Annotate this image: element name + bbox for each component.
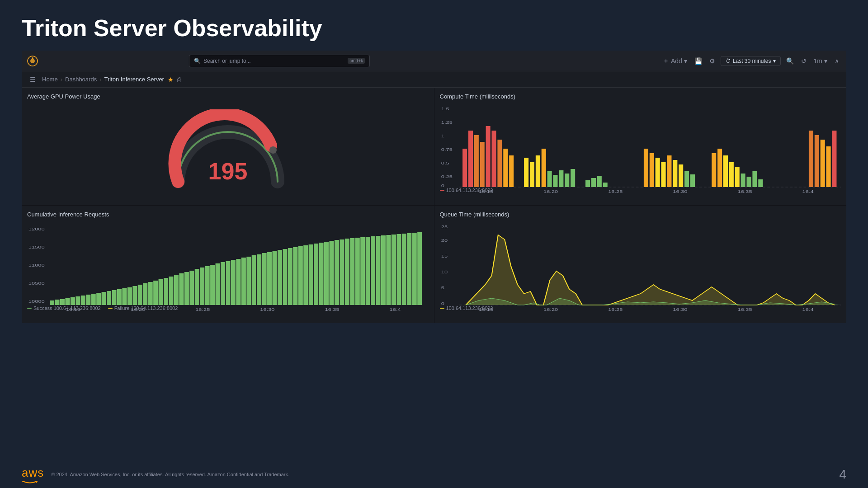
svg-rect-24 xyxy=(491,131,496,187)
zoom-out-button[interactable]: 🔍 xyxy=(784,56,796,66)
queue-legend-label: 100.64.113.236:8002 xyxy=(446,305,493,311)
svg-rect-127 xyxy=(319,243,324,305)
svg-rect-83 xyxy=(91,294,96,305)
share-icon[interactable]: ⎙ xyxy=(177,76,181,83)
compute-time-legend: 100.64.113.236:8002 xyxy=(440,188,493,193)
svg-rect-108 xyxy=(221,262,225,305)
svg-text:10000: 10000 xyxy=(28,299,45,304)
svg-text:1.5: 1.5 xyxy=(441,107,449,111)
svg-text:195: 195 xyxy=(208,158,247,184)
svg-rect-86 xyxy=(107,291,111,305)
svg-rect-87 xyxy=(112,290,117,305)
svg-text:0.5: 0.5 xyxy=(441,161,449,165)
interval-label: 1m xyxy=(814,57,822,65)
success-legend-label: Success 100.64.113.236:8002 xyxy=(33,305,101,311)
svg-rect-88 xyxy=(117,289,122,305)
save-button[interactable]: 💾 xyxy=(693,56,704,66)
collapse-button[interactable]: ∧ xyxy=(833,56,841,66)
svg-rect-104 xyxy=(200,267,204,305)
svg-text:12000: 12000 xyxy=(28,227,45,231)
svg-rect-146 xyxy=(417,232,422,305)
navbar: ☰ Home › Dashboards › Triton Inference S… xyxy=(22,71,846,88)
svg-rect-28 xyxy=(524,158,528,187)
svg-rect-51 xyxy=(717,149,722,187)
svg-rect-42 xyxy=(649,153,654,187)
svg-rect-50 xyxy=(712,153,716,187)
queue-time-panel: Queue Time (milliseconds) 25 20 15 10 5 … xyxy=(434,206,847,323)
interval-chevron-icon: ▾ xyxy=(824,57,827,65)
svg-rect-21 xyxy=(474,135,478,187)
svg-rect-44 xyxy=(661,162,665,187)
svg-rect-95 xyxy=(153,281,158,305)
breadcrumb-home[interactable]: Home xyxy=(42,76,58,83)
refresh-button[interactable]: ↺ xyxy=(799,56,808,66)
svg-rect-137 xyxy=(371,236,375,305)
grafana-dashboard: 🔍 Search or jump to... cmd+k ＋ Add ▾ 💾 ⚙… xyxy=(22,51,846,323)
svg-rect-114 xyxy=(252,255,256,305)
inference-failure-legend: Failure 100.64.113.236:8002 xyxy=(108,305,178,311)
compute-time-panel: Compute Time (milliseconds) 1.5 1.25 1 0… xyxy=(434,88,847,205)
inference-requests-chart: 12000 11500 11000 10500 10000 16:15 16:2… xyxy=(27,221,429,312)
breadcrumb-dashboards[interactable]: Dashboards xyxy=(65,76,97,83)
menu-button[interactable]: ☰ xyxy=(27,75,38,84)
svg-rect-96 xyxy=(159,279,163,305)
svg-text:16:25: 16:25 xyxy=(608,307,623,312)
copyright-text: © 2024, Amazon Web Services, Inc. or its… xyxy=(51,472,289,477)
add-button[interactable]: ＋ Add ▾ xyxy=(661,55,689,67)
breadcrumb-separator-1: › xyxy=(61,76,62,83)
svg-text:0.75: 0.75 xyxy=(441,147,452,152)
svg-rect-106 xyxy=(210,265,215,305)
svg-rect-132 xyxy=(345,239,349,305)
svg-rect-141 xyxy=(392,235,396,305)
svg-rect-145 xyxy=(412,233,417,305)
svg-rect-19 xyxy=(462,149,467,187)
svg-point-2 xyxy=(32,57,33,59)
settings-button[interactable]: ⚙ xyxy=(708,56,717,66)
svg-text:11500: 11500 xyxy=(28,245,45,249)
svg-rect-139 xyxy=(381,235,386,305)
svg-rect-128 xyxy=(324,242,329,305)
svg-rect-57 xyxy=(752,171,757,187)
svg-rect-38 xyxy=(591,178,595,187)
svg-rect-142 xyxy=(396,234,401,305)
svg-text:16:30: 16:30 xyxy=(673,189,687,194)
svg-rect-89 xyxy=(122,288,127,305)
aws-smile-icon xyxy=(22,481,38,483)
svg-point-4 xyxy=(269,146,277,154)
search-bar[interactable]: 🔍 Search or jump to... cmd+k xyxy=(189,55,370,67)
svg-text:16:30: 16:30 xyxy=(260,307,274,312)
svg-text:1: 1 xyxy=(441,134,444,138)
svg-rect-123 xyxy=(298,246,303,305)
inference-success-legend: Success 100.64.113.236:8002 xyxy=(27,305,101,311)
svg-rect-79 xyxy=(71,297,75,305)
svg-rect-92 xyxy=(138,285,142,305)
svg-rect-23 xyxy=(486,126,490,187)
svg-text:16:35: 16:35 xyxy=(737,189,752,194)
svg-rect-30 xyxy=(535,155,540,187)
svg-rect-84 xyxy=(96,293,101,305)
svg-rect-129 xyxy=(329,241,334,305)
svg-rect-126 xyxy=(314,244,318,305)
svg-rect-101 xyxy=(184,272,189,305)
failure-legend-color xyxy=(108,308,113,309)
time-range-button[interactable]: ⏱ Last 30 minutes ▾ xyxy=(721,56,781,66)
success-legend-color xyxy=(27,308,32,309)
svg-rect-110 xyxy=(231,260,236,305)
svg-rect-121 xyxy=(288,248,292,305)
svg-rect-36 xyxy=(571,169,575,187)
refresh-interval-button[interactable]: 1m ▾ xyxy=(812,56,829,66)
compute-time-legend-item: 100.64.113.236:8002 xyxy=(440,188,493,193)
failure-legend-label: Failure 100.64.113.236:8002 xyxy=(114,305,178,311)
svg-rect-105 xyxy=(205,266,210,305)
aws-wordmark: aws xyxy=(22,466,44,480)
svg-rect-90 xyxy=(127,287,132,305)
queue-time-chart: 25 20 15 10 5 0 16:15 16:20 16:25 16:30 … xyxy=(440,221,841,312)
favorite-icon[interactable]: ★ xyxy=(168,76,174,83)
svg-text:16:35: 16:35 xyxy=(325,307,339,312)
svg-text:20: 20 xyxy=(441,238,447,243)
svg-rect-102 xyxy=(189,271,194,305)
gpu-power-title: Average GPU Power Usage xyxy=(27,93,429,100)
svg-rect-143 xyxy=(402,234,406,305)
svg-rect-80 xyxy=(75,296,80,305)
svg-rect-131 xyxy=(340,239,344,305)
